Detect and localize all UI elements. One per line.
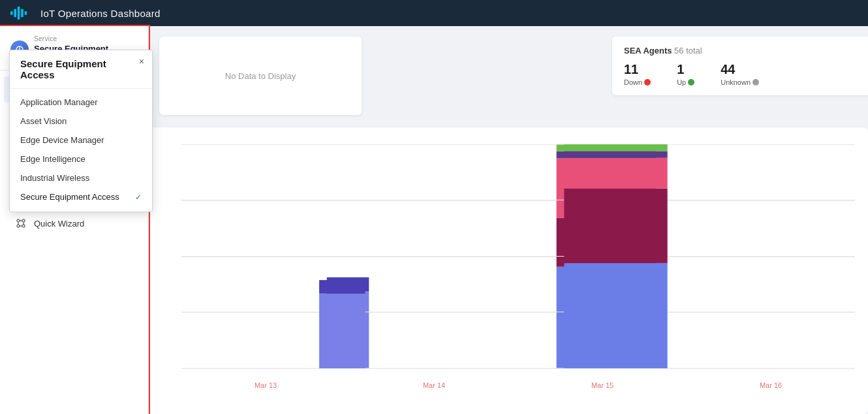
dropdown-close-button[interactable]: × bbox=[139, 57, 144, 66]
chart-area: Mar 13 Mar 14 Mar 15 Mar 16 bbox=[149, 127, 868, 414]
topbar: IoT Operations Dashboard bbox=[0, 0, 868, 26]
status-dot-down bbox=[644, 79, 651, 86]
chart-main-svg bbox=[181, 144, 855, 368]
svg-point-22 bbox=[22, 225, 25, 227]
svg-rect-0 bbox=[10, 11, 13, 14]
top-right-content: SEA Agents 56 total 11 Down 1 Up bbox=[390, 37, 858, 106]
sidebar-item-label-quick-wizard: Quick Wizard bbox=[34, 219, 84, 229]
sidebar-service-label: Service bbox=[34, 35, 138, 42]
agent-stat-up-label: Up bbox=[677, 78, 694, 86]
svg-point-19 bbox=[17, 219, 20, 222]
x-axis-labels: Mar 13 Mar 14 Mar 15 Mar 16 bbox=[181, 381, 855, 389]
cisco-logo-icon bbox=[10, 7, 34, 20]
svg-rect-29 bbox=[319, 280, 365, 294]
agent-stat-unknown: 44 Unknown bbox=[721, 62, 759, 86]
status-dot-up bbox=[688, 79, 694, 86]
no-data-card: No Data to Display bbox=[159, 37, 362, 115]
app-title: IoT Operations Dashboard bbox=[40, 8, 161, 19]
main-layout: Service Secure Equipment Access Dashboar… bbox=[0, 26, 868, 414]
agents-card: SEA Agents 56 total 11 Down 1 Up bbox=[612, 37, 868, 95]
agents-header: SEA Agents 56 total bbox=[624, 46, 868, 56]
svg-rect-32 bbox=[564, 158, 667, 189]
x-label-mar14: Mar 14 bbox=[350, 381, 518, 389]
svg-point-20 bbox=[22, 219, 25, 222]
x-label-mar13: Mar 13 bbox=[181, 381, 350, 389]
agents-stats: 11 Down 1 Up 44 Unknown bbox=[624, 62, 868, 86]
dropdown-item-secure-equipment-access[interactable]: Secure Equipment Access ✓ bbox=[10, 187, 152, 206]
status-dot-unknown bbox=[752, 79, 759, 86]
agent-stat-down: 11 Down bbox=[624, 62, 651, 86]
dropdown-item-industrial-wireless[interactable]: Industrial Wireless bbox=[10, 168, 152, 187]
svg-rect-2 bbox=[18, 7, 20, 20]
x-label-mar15: Mar 15 bbox=[518, 381, 687, 389]
agents-total: 56 total bbox=[674, 46, 702, 56]
dropdown-item-edge-intelligence[interactable]: Edge Intelligence bbox=[10, 150, 152, 168]
agent-stat-down-value: 11 bbox=[624, 62, 651, 77]
svg-rect-30 bbox=[564, 263, 667, 368]
dropdown-item-asset-vision[interactable]: Asset Vision bbox=[10, 112, 152, 131]
svg-point-21 bbox=[17, 225, 20, 227]
agent-stat-unknown-label: Unknown bbox=[721, 78, 759, 86]
svg-rect-28 bbox=[319, 294, 365, 368]
agent-stat-down-label: Down bbox=[624, 78, 651, 86]
quick-wizard-icon bbox=[14, 217, 27, 230]
sidebar-item-quick-wizard[interactable]: Quick Wizard bbox=[4, 210, 144, 236]
svg-rect-3 bbox=[21, 9, 23, 18]
dropdown-item-edge-device-manager[interactable]: Edge Device Manager bbox=[10, 131, 152, 150]
cisco-logo-area bbox=[10, 7, 34, 20]
agents-title: SEA Agents bbox=[624, 46, 672, 56]
agent-stat-unknown-value: 44 bbox=[721, 62, 759, 77]
x-label-mar16: Mar 16 bbox=[687, 381, 855, 389]
svg-rect-31 bbox=[564, 189, 667, 263]
svg-rect-34 bbox=[564, 144, 667, 151]
dropdown-title: Secure EquipmentAccess bbox=[10, 58, 152, 89]
svg-rect-4 bbox=[25, 11, 27, 14]
svg-rect-33 bbox=[564, 151, 667, 157]
svg-rect-1 bbox=[14, 9, 16, 18]
selected-check-icon: ✓ bbox=[135, 193, 142, 202]
content-area: No Data to Display SEA Agents 56 total 1… bbox=[149, 26, 868, 414]
dropdown-item-app-manager[interactable]: Application Manager bbox=[10, 93, 152, 112]
no-data-label: No Data to Display bbox=[225, 71, 296, 81]
agent-stat-up-value: 1 bbox=[677, 62, 694, 77]
agent-stat-up: 1 Up bbox=[677, 62, 694, 86]
sidebar: Service Secure Equipment Access Dashboar… bbox=[0, 26, 149, 414]
service-dropdown: Secure EquipmentAccess × Application Man… bbox=[9, 50, 153, 212]
